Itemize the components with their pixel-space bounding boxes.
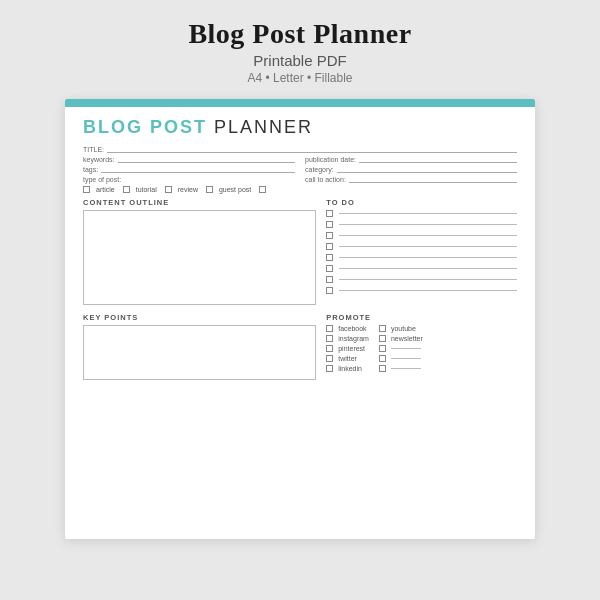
pubdate-label: publication date: xyxy=(305,156,356,163)
category-line[interactable] xyxy=(337,172,517,173)
extra3-checkbox[interactable] xyxy=(379,365,386,372)
todo-item xyxy=(326,276,517,283)
todo-item xyxy=(326,265,517,272)
review-label: review xyxy=(178,186,198,193)
key-points-label: KEY POINTS xyxy=(83,313,316,322)
promote-newsletter: newsletter xyxy=(379,335,423,342)
teal-accent-bar xyxy=(65,99,535,107)
tags-category-row: tags: category: xyxy=(83,166,517,173)
todo-item xyxy=(326,287,517,294)
todo-checkbox-7[interactable] xyxy=(326,276,333,283)
article-checkbox[interactable] xyxy=(83,186,90,193)
todo-checkbox-2[interactable] xyxy=(326,221,333,228)
promote-extra-1 xyxy=(379,345,423,352)
page-header: Blog Post Planner Printable PDF A4 • Let… xyxy=(188,18,411,85)
todo-line-4[interactable] xyxy=(339,246,517,247)
todo-line-8[interactable] xyxy=(339,290,517,291)
type-col: type of post: xyxy=(83,176,295,183)
todo-checkbox-8[interactable] xyxy=(326,287,333,294)
tags-col: tags: xyxy=(83,166,295,173)
instagram-checkbox[interactable] xyxy=(326,335,333,342)
guestpost-checkbox[interactable] xyxy=(206,186,213,193)
keywords-col: keywords: xyxy=(83,156,295,163)
facebook-label: facebook xyxy=(338,325,366,332)
keywords-pubdate-row: keywords: publication date: xyxy=(83,156,517,163)
todo-checkbox-1[interactable] xyxy=(326,210,333,217)
promote-youtube: youtube xyxy=(379,325,423,332)
promote-col-1: facebook instagram pinterest xyxy=(326,325,369,372)
bottom-two-panel: KEY POINTS PROMOTE facebook xyxy=(83,313,517,380)
type-label: type of post: xyxy=(83,176,121,183)
instagram-label: instagram xyxy=(338,335,369,342)
todo-line-1[interactable] xyxy=(339,213,517,214)
facebook-checkbox[interactable] xyxy=(326,325,333,332)
todo-item xyxy=(326,221,517,228)
todo-panel: TO DO xyxy=(326,198,517,305)
promote-col-2: youtube newsletter xyxy=(379,325,423,372)
doc-title-teal: BLOG POST xyxy=(83,117,207,137)
todo-checkbox-6[interactable] xyxy=(326,265,333,272)
linkedin-label: linkedin xyxy=(338,365,362,372)
promote-instagram: instagram xyxy=(326,335,369,342)
cta-col: call to action: xyxy=(305,176,517,183)
main-two-panel: CONTENT OUTLINE TO DO xyxy=(83,198,517,305)
review-checkbox[interactable] xyxy=(165,186,172,193)
newsletter-checkbox[interactable] xyxy=(379,335,386,342)
main-title: Blog Post Planner xyxy=(188,18,411,50)
key-points-panel: KEY POINTS xyxy=(83,313,316,380)
doc-main-title: BLOG POST PLANNER xyxy=(83,117,313,138)
promote-grid: facebook instagram pinterest xyxy=(326,325,517,372)
promote-facebook: facebook xyxy=(326,325,369,332)
title-label: TITLE: xyxy=(83,146,104,153)
document-content: BLOG POST PLANNER TITLE: keywords: publi… xyxy=(65,107,535,384)
newsletter-label: newsletter xyxy=(391,335,423,342)
content-outline-box[interactable] xyxy=(83,210,316,305)
youtube-checkbox[interactable] xyxy=(379,325,386,332)
sub2: A4 • Letter • Fillable xyxy=(188,71,411,85)
promote-twitter: twitter xyxy=(326,355,369,362)
tutorial-checkbox[interactable] xyxy=(123,186,130,193)
todo-line-3[interactable] xyxy=(339,235,517,236)
pubdate-col: publication date: xyxy=(305,156,517,163)
twitter-checkbox[interactable] xyxy=(326,355,333,362)
other-checkbox[interactable] xyxy=(259,186,266,193)
extra1-line[interactable] xyxy=(391,348,421,349)
keywords-label: keywords: xyxy=(83,156,115,163)
pubdate-line[interactable] xyxy=(359,162,517,163)
todo-checkbox-4[interactable] xyxy=(326,243,333,250)
key-points-box[interactable] xyxy=(83,325,316,380)
tags-line[interactable] xyxy=(101,172,295,173)
category-col: category: xyxy=(305,166,517,173)
content-outline-label: CONTENT OUTLINE xyxy=(83,198,316,207)
type-checkboxes-row: article tutorial review guest post xyxy=(83,186,517,193)
article-label: article xyxy=(96,186,115,193)
keywords-line[interactable] xyxy=(118,162,295,163)
todo-item xyxy=(326,254,517,261)
todo-line-6[interactable] xyxy=(339,268,517,269)
todo-line-7[interactable] xyxy=(339,279,517,280)
linkedin-checkbox[interactable] xyxy=(326,365,333,372)
todo-line-2[interactable] xyxy=(339,224,517,225)
extra2-checkbox[interactable] xyxy=(379,355,386,362)
todo-item xyxy=(326,243,517,250)
todo-item xyxy=(326,232,517,239)
category-label: category: xyxy=(305,166,334,173)
extra1-checkbox[interactable] xyxy=(379,345,386,352)
promote-extra-2 xyxy=(379,355,423,362)
pinterest-label: pinterest xyxy=(338,345,365,352)
todo-checkbox-3[interactable] xyxy=(326,232,333,239)
pinterest-checkbox[interactable] xyxy=(326,345,333,352)
guestpost-label: guest post xyxy=(219,186,251,193)
todo-item xyxy=(326,210,517,217)
promote-panel: PROMOTE facebook instagram xyxy=(326,313,517,380)
todo-checkbox-5[interactable] xyxy=(326,254,333,261)
title-field-row: TITLE: xyxy=(83,146,517,153)
content-outline-panel: CONTENT OUTLINE xyxy=(83,198,316,305)
title-input-line[interactable] xyxy=(107,152,517,153)
todo-line-5[interactable] xyxy=(339,257,517,258)
promote-linkedin: linkedin xyxy=(326,365,369,372)
todo-list xyxy=(326,210,517,294)
extra2-line[interactable] xyxy=(391,358,421,359)
cta-line[interactable] xyxy=(349,182,517,183)
extra3-line[interactable] xyxy=(391,368,421,369)
